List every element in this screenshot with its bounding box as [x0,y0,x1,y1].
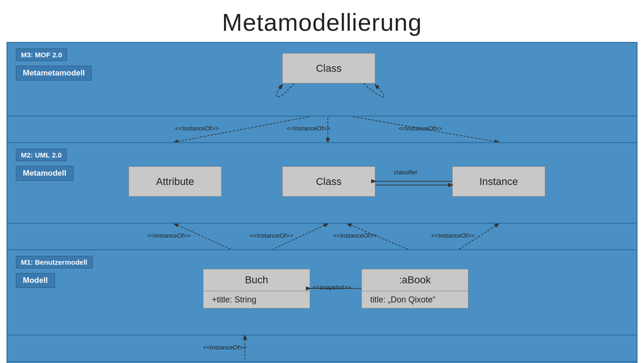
m3-badge: M3: MOF 2.0 [16,48,67,61]
m1-buch-header: Buch [203,269,310,291]
instanceof-d-label: <<InstanceOf>> [147,232,190,239]
m2-sublabel: Metamodell [16,166,74,181]
between-m2-m1-svg [7,224,622,249]
layer-m2: M2: UML 2.0 Metamodell Attribute Class I… [7,142,637,224]
m1-abook-box: :aBook title: „Don Qixote“ [361,269,468,308]
m2-class-label: Class [283,171,375,192]
instanceof-label-center: <<InstanceOf>> [287,125,330,132]
m3-sublabel: Metametamodell [16,66,92,81]
m2-attribute-box: Attribute [129,166,222,197]
layer-m1: M1: Benutzermodell Modell Buch +title: S… [7,249,637,336]
instanceof-h-label: <<InstanceOf>> [203,344,246,351]
m2-instance-label: Instance [453,171,545,192]
m1-sublabel: Modell [16,273,55,288]
m1-abook-header: :aBook [362,269,468,291]
m3-class-label: Class [283,58,375,79]
snapshot-label: <<snapshot>> [312,284,351,291]
between-m1-m0: <<InstanceOf>> [7,336,637,361]
m2-class-box: Class [282,166,375,197]
between-m2-m1: <<InstanceOf>> <<InstanceOf>> <<Instance… [7,224,637,249]
m1-abook-attr: title: „Don Qixote“ [362,291,468,308]
diagram-container: M3: MOF 2.0 Metametamodell Class [7,42,637,363]
m1-svg [7,250,622,336]
between-m3-m2: <<InstanceOf>> <<InstanceOf>> <<Instance… [7,116,637,142]
m1-buch-box: Buch +title: String [203,269,310,308]
instanceof-f-label: <<InstanceOf>> [333,232,377,239]
m2-instance-box: Instance [452,166,545,197]
m2-attribute-label: Attribute [129,171,221,192]
m1-buch-attr: +title: String [203,291,310,308]
layer-m0: M0: Laufzeitzinstanzen System / Objekte … [7,361,637,363]
m2-badge: M2: UML 2.0 [16,149,67,161]
page-title: Metamodellierung [222,8,422,36]
m1-badge: M1: Benutzermodell [16,256,93,268]
classifier-label: classifier [394,169,418,176]
instanceof-label-right: <<InstanceOf>> [399,125,442,132]
instanceof-g-label: <<InstanceOf>> [431,232,475,239]
instanceof-label-left: <<InstanceOf>> [175,125,218,132]
m3-class-box: Class [282,53,375,83]
instanceof-e-label: <<InstanceOf>> [250,232,293,239]
between-m1-m0-svg [7,336,622,361]
layer-m3: M3: MOF 2.0 Metametamodell Class [7,42,637,116]
